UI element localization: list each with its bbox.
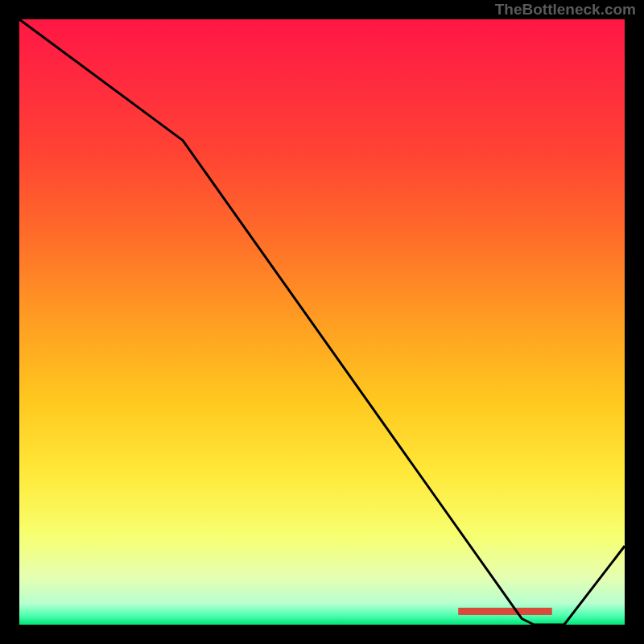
anomaly-band bbox=[458, 608, 552, 615]
attribution-label: TheBottleneck.com bbox=[495, 1, 636, 18]
heatmap-background bbox=[19, 19, 625, 625]
plot-area bbox=[19, 19, 625, 625]
bottleneck-heatmap-chart: TheBottleneck.com bbox=[0, 0, 644, 644]
